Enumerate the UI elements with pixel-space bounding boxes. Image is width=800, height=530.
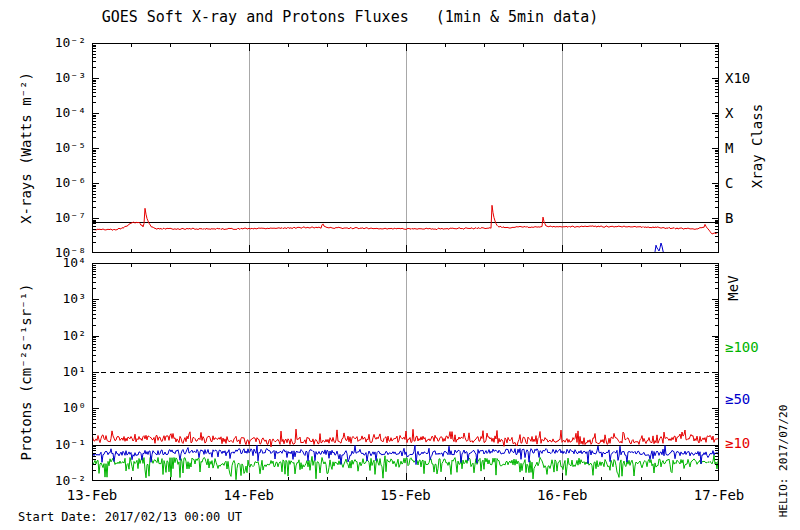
y-tick-label: 10⁻² xyxy=(6,34,86,52)
y-tick-label: 10⁻¹ xyxy=(6,436,86,454)
y-tick-label: 10⁴ xyxy=(6,254,86,272)
x-tick-label: 15-Feb xyxy=(361,487,451,503)
right-axis-tick-label: ≥10 xyxy=(725,435,750,451)
protons-panel-plot xyxy=(92,263,719,481)
y-tick-label: 10⁻⁴ xyxy=(6,104,86,122)
y-tick-label: 10⁻⁷ xyxy=(6,209,86,227)
right-axis-tick-label: M xyxy=(725,140,733,156)
x-tick-label: 17-Feb xyxy=(674,487,764,503)
start-date-label: Start Date: 2017/02/13 00:00 UT xyxy=(18,510,242,524)
x-tick-label: 13-Feb xyxy=(47,487,137,503)
x-tick-label: 16-Feb xyxy=(517,487,607,503)
right-axis-tick-label: B xyxy=(725,210,733,226)
xray-panel-plot xyxy=(92,43,719,253)
y-tick-label: 10¹ xyxy=(6,363,86,381)
right-axis-tick-label: ≥100 xyxy=(725,339,759,355)
y-tick-label: 10⁰ xyxy=(6,399,86,417)
right-axis-tick-label: X10 xyxy=(725,70,750,86)
y-tick-label: 10⁻⁵ xyxy=(6,139,86,157)
y-tick-label: 10³ xyxy=(6,290,86,308)
right-axis-tick-label: X xyxy=(725,105,733,121)
y-tick-label: 10² xyxy=(6,327,86,345)
y-tick-label: 10⁻³ xyxy=(6,69,86,87)
y-tick-label: 10⁻⁶ xyxy=(6,174,86,192)
mev-axis-label: MeV xyxy=(725,275,741,300)
x-tick-label: 14-Feb xyxy=(204,487,294,503)
chart-title: GOES Soft X-ray and Protons Fluxes (1min… xyxy=(88,8,612,26)
xray-class-axis-label: Xray Class xyxy=(749,104,765,188)
goes-flux-chart: GOES Soft X-ray and Protons Fluxes (1min… xyxy=(0,0,800,530)
helio-credit: HELIO: 2017/07/20 xyxy=(777,405,790,518)
right-axis-tick-label: ≥50 xyxy=(725,391,750,407)
right-axis-tick-label: C xyxy=(725,175,733,191)
